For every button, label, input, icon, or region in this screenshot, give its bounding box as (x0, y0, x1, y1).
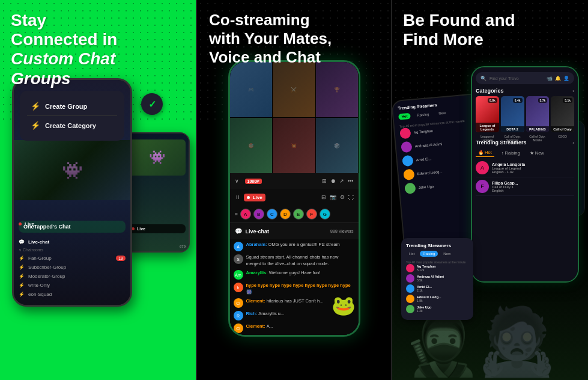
tp-item-5: Jake Ugo 1.2k (406, 305, 468, 313)
pause-icon[interactable]: ⏸ (235, 194, 240, 200)
back1-avatar-4 (403, 169, 415, 181)
codmw-viewers: 5.1k (563, 98, 572, 103)
streamer-item-1[interactable]: A Angela Longoria League of Legend Engli… (476, 159, 574, 177)
list-item[interactable]: 💬 Live-chat (19, 238, 126, 247)
tp-tab-new[interactable]: New (440, 251, 453, 257)
back1-tab-hot[interactable]: Hot (398, 113, 411, 120)
live-text-sm: Live (137, 227, 145, 231)
write-label: write-Only (28, 283, 50, 288)
quality-badge: 1080P (245, 179, 262, 184)
streamer-item-2[interactable]: F Filipa Gasp... Call of Duty 1 English (476, 177, 574, 196)
tp-viewers-4: 1.8k (417, 299, 468, 302)
live-bar: ⏸ Live ⊟ 📷 ⚙ ⛶ (230, 189, 359, 206)
settings-icon[interactable]: ⚙ (340, 194, 345, 200)
category-codmw[interactable]: 5.1k Call of Duty (551, 96, 574, 132)
list-item[interactable]: ⚡ Subscriber-Group (19, 263, 126, 272)
avatar-3: C (267, 209, 277, 219)
chat-bubble-icon: 💬 (235, 228, 242, 234)
panel1-title: Stay Connected in Custom Chat Groups (11, 11, 117, 88)
valorant-viewers: 8.8k (488, 98, 497, 103)
codmw-label: Call of Duty (551, 126, 574, 132)
phone-mock-3: 🔍 Find your Trovo 📹 🔔 👤 Categories › 8.8… (471, 66, 579, 283)
streamer-lang-1: English · 1.4k (492, 170, 574, 174)
record-icon[interactable]: ⏺ (330, 178, 336, 184)
camera-icon[interactable]: 📷 (330, 194, 336, 200)
dota-label: DOTA 2 (501, 126, 524, 132)
msg-text-5: Clement: hilarious has JUST Can't h... (246, 298, 324, 305)
tab-raising[interactable]: ↑ Raising (499, 149, 523, 157)
more-icon[interactable]: ••• (348, 178, 353, 184)
chat-options-bubble: ⚡ Create Group ⚡ Create Category (20, 91, 124, 141)
share-icon[interactable]: ↗ (339, 178, 344, 184)
fullscreen-icon[interactable]: ⛶ (348, 194, 354, 200)
menu-icon[interactable]: ≡ (235, 211, 238, 217)
live-text: Live (25, 221, 34, 227)
game-overlay-sm: 👾 (128, 139, 186, 176)
list-item[interactable]: ⚡ eon-Squad (19, 290, 126, 299)
hype-text: hype hype hype hype hype hype hype hype … (246, 283, 351, 295)
category-paladins[interactable]: 5.7k PALADINS (526, 96, 550, 132)
trending-title: Trending Streamers (476, 139, 527, 146)
screen-icon[interactable]: ⊞ (322, 178, 327, 184)
category-dota[interactable]: 6.4k DOTA 2 (501, 96, 524, 132)
tab-new[interactable]: ★ New (527, 149, 547, 157)
stream-cell-6[interactable]: 🎲 (316, 118, 359, 173)
tab-hot[interactable]: 🔥 Hot (476, 149, 494, 157)
categories-grid: 8.8k League of Legends 6.4k DOTA 2 5.7k … (476, 96, 574, 132)
mascot-icon: 👾 (62, 161, 83, 180)
avatar-icon[interactable]: 👤 (563, 76, 569, 81)
stream-cell-5[interactable]: 💥 (273, 118, 315, 173)
trending-popup-title: Trending Streamers (406, 243, 468, 248)
tp-avatar-3 (406, 284, 414, 293)
trending-tabs: 🔥 Hot ↑ Raising ★ New (476, 149, 574, 157)
msg-avatar-2: S (234, 254, 243, 264)
check-button[interactable] (141, 93, 163, 115)
phone3-screen: 🔍 Find your Trovo 📹 🔔 👤 Categories › 8.8… (472, 67, 578, 281)
sub-group-label: Subscriber-Group (28, 265, 66, 270)
categories-title: Categories (476, 88, 504, 94)
trending-arrow[interactable]: › (572, 140, 574, 146)
chat-message-4: h hype hype hype hype hype hype hype hyp… (234, 283, 355, 295)
live-indicator: Live (19, 221, 34, 227)
group-icon: ⚡ (31, 102, 40, 111)
tp-info-1: Ng Tonghan 5.12k (417, 265, 468, 272)
stream-cell-1[interactable]: 🎮 (230, 62, 273, 117)
chat-message-1: A Abraham: OMG you are a genius!!! Plz s… (234, 242, 355, 251)
list-item[interactable]: ⚡ Moderator-Group (19, 272, 126, 281)
search-bar[interactable]: 🔍 Find your Trovo 📹 🔔 👤 (476, 72, 574, 84)
avatar-5: E (293, 209, 304, 219)
bell-icon[interactable]: 🔔 (555, 76, 561, 81)
avatar-2: B (253, 209, 264, 219)
chat-messages: A Abraham: OMG you are a genius!!! Plz s… (230, 239, 359, 335)
username-6: Rich: (246, 311, 259, 316)
back1-avatar-2 (401, 141, 413, 153)
stream-cell-3[interactable]: 🏆 (316, 62, 359, 117)
stream-cell-4[interactable]: 🎯 (230, 118, 273, 173)
tp-tab-raising[interactable]: Raising (420, 251, 438, 257)
back1-tab-raising[interactable]: Raising (414, 111, 432, 119)
list-item[interactable]: ⚡ Fan-Group 19 (19, 254, 126, 263)
stream-cell-2[interactable]: ⚔️ (273, 62, 315, 117)
layout-icon[interactable]: ⊟ (321, 194, 326, 200)
phone-mock-1: ⚡ Create Group ⚡ Create Category 👾 OneTa… (12, 78, 132, 307)
live-bar-sm: Live (128, 224, 186, 233)
panel-costreaming: Co-streaming with Your Mates, Voice and … (196, 0, 392, 380)
video-icon[interactable]: 📹 (547, 76, 553, 81)
trending-header: Trending Streamers › (476, 139, 574, 146)
back1-text-2: Andraza Al Adimi (415, 139, 476, 149)
back1-tab-new[interactable]: New (435, 109, 449, 117)
valorant-label: League of Legends (476, 123, 499, 132)
msg-text-3: Amaryllis: Welcome guys! Have fun! (246, 270, 321, 277)
categories-arrow[interactable]: › (572, 88, 574, 94)
create-category-option[interactable]: ⚡ Create Category (27, 116, 117, 135)
tp-avatar-5 (406, 305, 414, 313)
streamer-info-2: Filipa Gasp... Call of Duty 1 English (492, 181, 574, 192)
tp-tab-hot[interactable]: Hot (406, 251, 417, 257)
character-silhouette-2: 🧟 (476, 302, 558, 380)
category-valorant[interactable]: 8.8k League of Legends (476, 96, 499, 132)
msg-avatar-6: R (234, 311, 243, 320)
create-group-option[interactable]: ⚡ Create Group (27, 97, 117, 116)
tp-avatar-4 (406, 295, 414, 303)
tp-desc: Top 40 most popular streamers at the min… (406, 260, 468, 264)
list-item[interactable]: ⚡ write-Only (19, 281, 126, 290)
